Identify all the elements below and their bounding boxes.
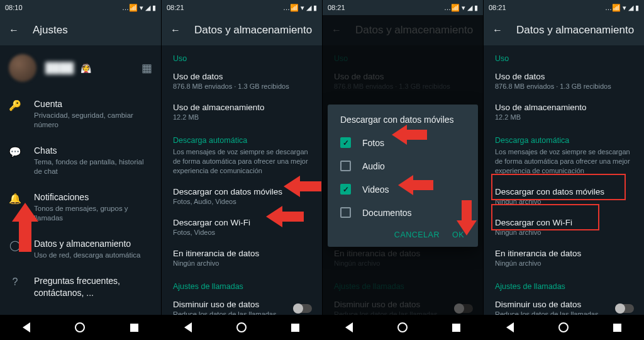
profile-row[interactable]: ████ 👰 ▦ (0, 45, 161, 91)
item-sub: Privacidad, seguridad, cambiar número (34, 111, 152, 130)
clock: 08:21 (489, 4, 506, 11)
status-icons: …📶▾◢▮ (283, 4, 317, 11)
nav-home-icon[interactable] (558, 322, 569, 332)
check-row-documentos[interactable]: Documentos (331, 201, 474, 224)
clock: 08:21 (167, 4, 184, 11)
nav-back-icon[interactable] (184, 322, 192, 332)
nav-recents-icon[interactable] (291, 324, 299, 332)
dialog-actions: CANCELAR OK (331, 224, 474, 243)
back-icon[interactable]: ← (9, 25, 19, 36)
nav-back-icon[interactable] (23, 322, 30, 332)
pref-roaming-download[interactable]: En itinerancia de datosNingún archivo (162, 242, 322, 273)
navigation-bar (484, 315, 644, 340)
item-sub: Tema, fondos de pantalla, historial de c… (34, 157, 152, 176)
nav-home-icon[interactable] (75, 322, 85, 332)
page-title: Ajustes (33, 24, 68, 37)
item-sub: Uso de red, descarga automática (34, 251, 152, 260)
check-row-videos[interactable]: ✓Videos (331, 178, 474, 201)
section-autodownload: Descarga automática (484, 127, 644, 147)
switch-toggle[interactable] (615, 304, 634, 313)
clock: 08:21 (328, 4, 345, 11)
screen-storage-result: 08:21 …📶▾◢▮ ← Datos y almacenamiento Uso… (483, 0, 644, 340)
status-bar: 08:10 …📶 ▾ ◢ ▮ (0, 0, 161, 15)
pref-mobile-download[interactable]: Descargar con datos móvilesFotos, Audio,… (162, 181, 322, 212)
ok-button[interactable]: OK (452, 230, 464, 239)
key-icon: 🔑 (9, 99, 21, 111)
checkbox-icon[interactable]: ✓ (340, 184, 351, 195)
nav-recents-icon[interactable] (452, 324, 460, 332)
dialog-title: Descargar con datos móviles (331, 115, 474, 131)
section-calls: Ajustes de llamadas (484, 273, 644, 293)
settings-item-help[interactable]: ? Preguntas frecuentes, contáctanos, ... (0, 268, 161, 305)
cancel-button[interactable]: CANCELAR (394, 230, 440, 239)
app-bar: ← Datos y almacenamiento (162, 15, 322, 45)
dialog-mobile-download: Descargar con datos móviles ✓Fotos Audio… (328, 105, 478, 247)
battery-icon: ▮ (152, 4, 156, 11)
pref-data-usage[interactable]: Uso de datos876.8 MB enviados · 1.3 GB r… (162, 65, 322, 96)
page-title: Datos y almacenamiento (516, 24, 634, 37)
status-bar: 08:21 …📶▾◢▮ (162, 0, 322, 15)
status-bar: 08:21 …📶▾◢▮ (484, 0, 644, 15)
nav-back-icon[interactable] (506, 322, 514, 332)
navigation-bar (0, 315, 161, 340)
signal-icon: ◢ (145, 4, 150, 11)
settings-list: ████ 👰 ▦ 🔑 CuentaPrivacidad, seguridad, … (0, 45, 161, 315)
settings-item-notifications[interactable]: 🔔 NotificacionesTonos de mensajes, grupo… (0, 184, 161, 230)
section-autodownload-desc: Los mensajes de voz siempre se descargan… (484, 147, 644, 181)
back-icon[interactable]: ← (170, 25, 180, 36)
section-autodownload: Descarga automática (162, 127, 322, 147)
settings-item-account[interactable]: 🔑 CuentaPrivacidad, seguridad, cambiar n… (0, 91, 161, 137)
check-row-audio[interactable]: Audio (331, 154, 474, 178)
app-bar: ← Ajustes (0, 15, 161, 45)
nav-back-icon[interactable] (345, 322, 353, 332)
pref-data-usage[interactable]: Uso de datos876.8 MB enviados · 1.3 GB r… (484, 65, 644, 96)
status-icons: …📶▾◢▮ (444, 4, 478, 11)
help-icon: ? (9, 276, 21, 288)
nav-recents-icon[interactable] (130, 324, 138, 332)
wifi-icon: ▾ (140, 4, 143, 11)
settings-item-invite[interactable]: 👥 Invitar amigos (0, 306, 161, 315)
page-title: Datos y almacenamiento (194, 24, 312, 37)
section-autodownload-desc: Los mensajes de voz siempre se descargan… (162, 147, 322, 181)
settings-item-data-storage[interactable]: ◯ Datos y almacenamientoUso de red, desc… (0, 230, 161, 268)
item-title: Preguntas frecuentes, contáctanos, ... (34, 275, 152, 298)
section-usage: Uso (162, 45, 322, 65)
screen-settings: 08:10 …📶 ▾ ◢ ▮ ← Ajustes ████ 👰 ▦ 🔑 Cuen… (0, 0, 161, 340)
pref-storage-usage[interactable]: Uso de almacenamiento12.2 MB (162, 96, 322, 127)
qr-icon[interactable]: ▦ (142, 61, 152, 75)
storage-list: Uso Uso de datos876.8 MB enviados · 1.3 … (484, 45, 644, 315)
settings-item-chats[interactable]: 💬 ChatsTema, fondos de pantalla, histori… (0, 137, 161, 184)
checkbox-icon[interactable]: ✓ (340, 137, 351, 148)
item-title: Datos y almacenamiento (34, 238, 152, 249)
pref-storage-usage[interactable]: Uso de almacenamiento12.2 MB (484, 96, 644, 127)
volte-icon: …📶 (122, 4, 138, 11)
checkbox-icon[interactable] (340, 161, 351, 171)
nav-home-icon[interactable] (236, 322, 247, 332)
pref-low-data[interactable]: Disminuir uso de datosReduce los datos d… (484, 293, 644, 315)
profile-name: ████ (45, 62, 74, 73)
status-bar: 08:21 …📶▾◢▮ (323, 0, 483, 15)
switch-toggle[interactable] (293, 304, 312, 313)
profile-emoji: 👰 (80, 63, 91, 73)
pref-roaming-download[interactable]: En itinerancia de datosNingún archivo (484, 242, 644, 273)
item-title: Notificaciones (34, 191, 152, 203)
checkbox-icon[interactable] (340, 207, 351, 218)
pref-wifi-download[interactable]: Descargar con Wi-FiNingún archivo (484, 212, 644, 242)
screen-storage: 08:21 …📶▾◢▮ ← Datos y almacenamiento Uso… (161, 0, 322, 340)
nav-home-icon[interactable] (397, 322, 408, 332)
status-icons: …📶▾◢▮ (605, 4, 639, 11)
chat-icon: 💬 (9, 146, 21, 158)
app-bar: ← Datos y almacenamiento (484, 15, 644, 45)
bell-icon: 🔔 (9, 193, 21, 205)
pref-mobile-download[interactable]: Descargar con datos móvilesNingún archiv… (484, 181, 644, 212)
nav-recents-icon[interactable] (613, 324, 621, 332)
avatar (9, 54, 36, 82)
pref-wifi-download[interactable]: Descargar con Wi-FiFotos, Videos (162, 212, 322, 242)
back-icon[interactable]: ← (492, 25, 502, 36)
check-row-fotos[interactable]: ✓Fotos (331, 131, 474, 154)
clock: 08:10 (5, 4, 23, 11)
screen-storage-dialog: 08:21 …📶▾◢▮ ← Datos y almacenamiento Uso… (322, 0, 483, 340)
section-usage: Uso (484, 45, 644, 65)
item-title: Cuenta (34, 98, 152, 110)
pref-low-data[interactable]: Disminuir uso de datosReduce los datos d… (162, 293, 322, 315)
